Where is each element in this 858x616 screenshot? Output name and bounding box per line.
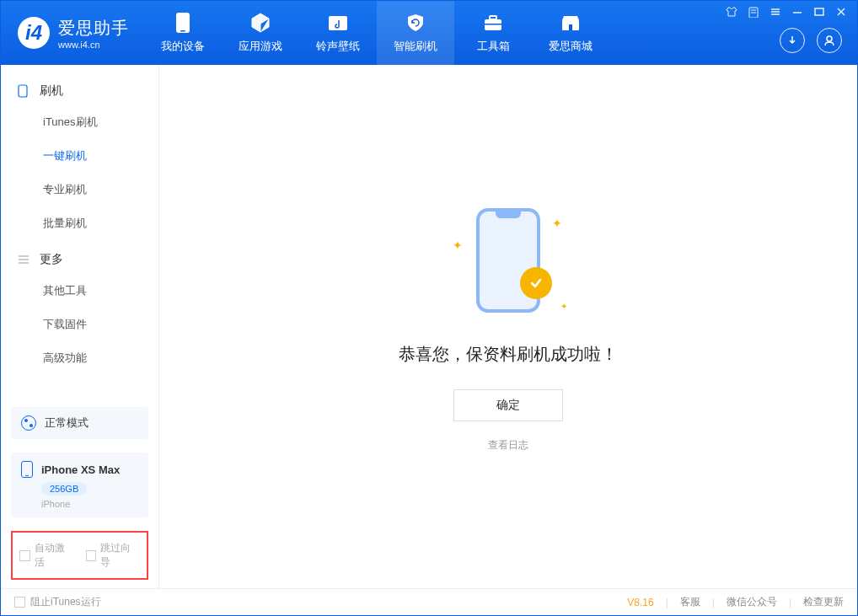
download-button[interactable]: [780, 28, 805, 53]
tab-store[interactable]: 爱思商城: [532, 1, 609, 65]
svg-rect-0: [176, 13, 190, 33]
sidebar-item-download-firmware[interactable]: 下载固件: [1, 308, 158, 341]
svg-rect-4: [490, 16, 496, 19]
checkbox-icon[interactable]: [86, 550, 97, 561]
mode-box[interactable]: 正常模式: [11, 407, 148, 439]
device-type: iPhone: [41, 499, 138, 509]
view-log-link[interactable]: 查看日志: [488, 438, 528, 453]
options-highlight: 自动激活 跳过向导: [11, 531, 148, 580]
sidebar-item-one-click-flash[interactable]: 一键刷机: [1, 139, 158, 173]
tab-my-device[interactable]: 我的设备: [144, 1, 222, 65]
svg-rect-5: [485, 24, 501, 25]
tab-apps[interactable]: 应用游戏: [222, 1, 299, 65]
app-name: 爱思助手: [58, 17, 129, 40]
header-right-buttons: [780, 28, 842, 53]
sidebar: 刷机 iTunes刷机 一键刷机 专业刷机 批量刷机 更多 其他工具 下载固件 …: [1, 65, 159, 588]
normal-mode-icon: [21, 415, 36, 431]
sparkle-icon: ✦: [560, 302, 567, 311]
sidebar-header-label: 更多: [40, 252, 63, 267]
device-name: iPhone XS Max: [41, 463, 120, 476]
app-window: i4 爱思助手 www.i4.cn 我的设备 应用游戏 铃声壁纸 智能刷机: [0, 0, 858, 616]
sidebar-item-itunes-flash[interactable]: iTunes刷机: [1, 105, 158, 139]
music-folder-icon: [327, 12, 349, 34]
success-title: 恭喜您，保资料刷机成功啦！: [399, 343, 618, 366]
maximize-icon[interactable]: [813, 6, 825, 18]
option-label: 自动激活: [35, 541, 74, 570]
tab-label: 铃声壁纸: [316, 39, 360, 54]
sidebar-item-advanced[interactable]: 高级功能: [1, 341, 158, 375]
checkbox-icon[interactable]: [19, 550, 30, 561]
sidebar-item-other-tools[interactable]: 其他工具: [1, 274, 158, 308]
sidebar-header-label: 刷机: [40, 83, 63, 99]
tab-toolbox[interactable]: 工具箱: [454, 1, 532, 65]
check-update-link[interactable]: 检查更新: [803, 595, 844, 609]
footer-right: V8.16 | 客服 | 微信公众号 | 检查更新: [627, 595, 844, 609]
sidebar-header-more: 更多: [1, 245, 158, 274]
tab-label: 爱思商城: [549, 39, 593, 54]
app-url: www.i4.cn: [58, 40, 129, 50]
menu-icon[interactable]: [770, 6, 781, 18]
header: i4 爱思助手 www.i4.cn 我的设备 应用游戏 铃声壁纸 智能刷机: [1, 1, 857, 65]
option-label: 跳过向导: [100, 541, 140, 570]
version-label: V8.16: [627, 597, 653, 608]
sidebar-group-flash: 刷机 iTunes刷机 一键刷机 专业刷机 批量刷机: [1, 77, 158, 245]
ok-button[interactable]: 确定: [453, 389, 563, 421]
logo: i4 爱思助手 www.i4.cn: [1, 17, 144, 50]
phone-icon: [172, 12, 194, 34]
skin-icon[interactable]: [726, 6, 737, 18]
sidebar-header-flash: 刷机: [1, 77, 158, 105]
cube-icon: [249, 12, 271, 34]
device-phone-icon: [21, 461, 33, 478]
user-button[interactable]: [817, 28, 842, 53]
logo-icon: i4: [18, 17, 50, 49]
toolbox-icon: [482, 12, 504, 34]
svg-rect-1: [180, 30, 185, 32]
wechat-link[interactable]: 微信公众号: [727, 595, 777, 609]
sparkle-icon: ✦: [453, 238, 463, 252]
list-icon: [18, 254, 31, 265]
success-illustration: ✦ ✦ ✦: [449, 201, 567, 319]
support-link[interactable]: 客服: [680, 595, 700, 609]
body: 刷机 iTunes刷机 一键刷机 专业刷机 批量刷机 更多 其他工具 下载固件 …: [1, 65, 857, 588]
option-skip-guide[interactable]: 跳过向导: [86, 541, 141, 570]
tab-flash[interactable]: 智能刷机: [377, 1, 454, 65]
sidebar-group-more: 更多 其他工具 下载固件 高级功能: [1, 245, 158, 380]
tab-ringtone[interactable]: 铃声壁纸: [299, 1, 377, 65]
phone-outline-icon: [18, 84, 31, 98]
logo-text: 爱思助手 www.i4.cn: [58, 17, 129, 50]
sidebar-item-batch-flash[interactable]: 批量刷机: [1, 206, 158, 240]
svg-rect-15: [815, 8, 823, 15]
close-icon[interactable]: [835, 6, 847, 18]
checkbox-icon[interactable]: [14, 597, 25, 608]
tab-label: 智能刷机: [394, 39, 437, 54]
footer-left: 阻止iTunes运行: [14, 595, 101, 609]
tab-label: 应用游戏: [239, 39, 282, 54]
tab-label: 我的设备: [161, 39, 205, 54]
minimize-icon[interactable]: [791, 6, 803, 18]
store-icon: [560, 12, 582, 34]
check-badge-icon: [520, 267, 552, 299]
option-auto-activate[interactable]: 自动激活: [19, 541, 74, 570]
feedback-icon[interactable]: [748, 6, 759, 18]
sidebar-item-pro-flash[interactable]: 专业刷机: [1, 173, 158, 206]
block-itunes-label[interactable]: 阻止iTunes运行: [30, 595, 101, 609]
device-box[interactable]: iPhone XS Max 256GB iPhone: [11, 453, 148, 517]
main-content: ✦ ✦ ✦ 恭喜您，保资料刷机成功啦！ 确定 查看日志: [159, 65, 857, 588]
tab-label: 工具箱: [477, 39, 510, 54]
main-tabs: 我的设备 应用游戏 铃声壁纸 智能刷机 工具箱 爱思商城: [144, 1, 609, 65]
svg-point-18: [827, 36, 832, 41]
footer: 阻止iTunes运行 V8.16 | 客服 | 微信公众号 | 检查更新: [1, 588, 857, 615]
svg-rect-7: [569, 24, 572, 30]
sparkle-icon: ✦: [552, 217, 562, 230]
refresh-shield-icon: [405, 12, 426, 34]
device-capacity-badge: 256GB: [41, 482, 87, 495]
window-controls: [726, 6, 847, 18]
svg-rect-19: [19, 85, 27, 97]
mode-label: 正常模式: [45, 415, 88, 431]
